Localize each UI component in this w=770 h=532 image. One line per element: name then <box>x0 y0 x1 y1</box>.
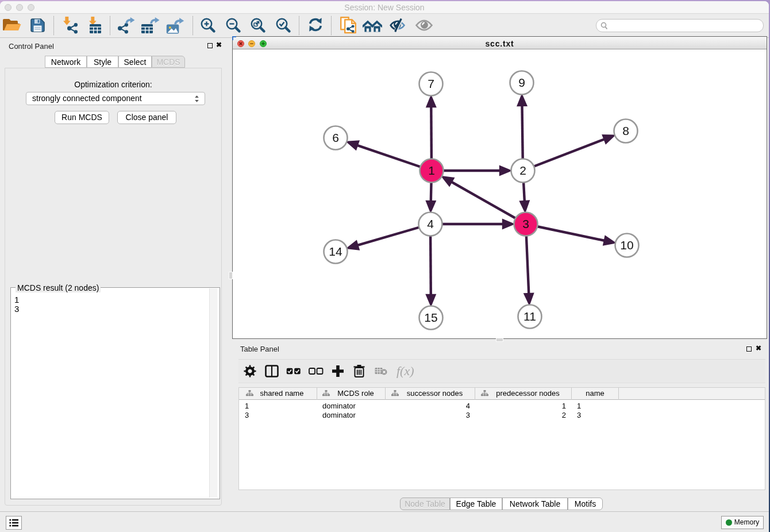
svg-text:7: 7 <box>428 77 434 90</box>
svg-text:11: 11 <box>523 310 536 323</box>
svg-text:6: 6 <box>332 131 339 144</box>
svg-text:1: 1 <box>428 164 435 177</box>
svg-text:2: 2 <box>519 164 526 177</box>
svg-text:8: 8 <box>622 124 629 137</box>
svg-text:9: 9 <box>518 76 525 89</box>
svg-text:10: 10 <box>620 238 633 252</box>
svg-text:15: 15 <box>424 311 437 324</box>
svg-text:3: 3 <box>522 217 529 230</box>
svg-text:14: 14 <box>329 245 342 258</box>
svg-text:4: 4 <box>427 217 434 230</box>
